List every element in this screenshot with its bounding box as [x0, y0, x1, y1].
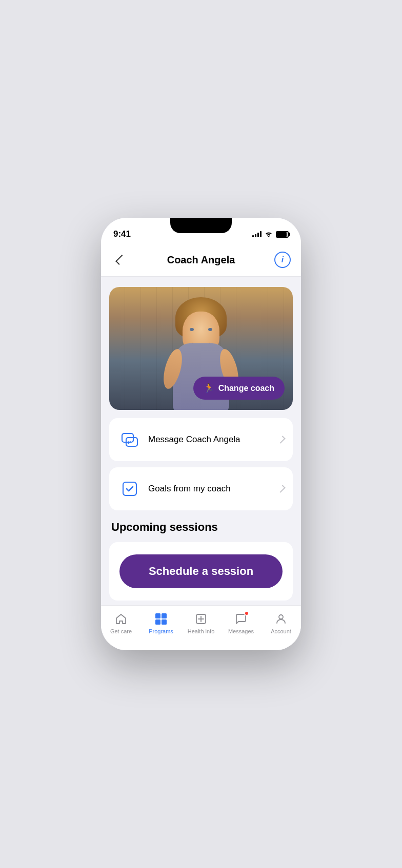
page-title: Coach Angela	[167, 254, 235, 266]
status-icons	[252, 231, 289, 238]
coach-image-container: 🏃 Change coach	[109, 287, 293, 410]
signal-bars-icon	[252, 231, 262, 237]
nav-item-health-info[interactable]: Health info	[181, 610, 221, 634]
home-icon	[114, 612, 128, 626]
back-button[interactable]	[111, 252, 128, 268]
screen: Coach Angela i	[101, 243, 301, 650]
change-coach-icon: 🏃	[204, 383, 214, 394]
wifi-icon	[265, 231, 273, 237]
status-time: 9:41	[113, 229, 131, 239]
message-coach-row[interactable]: Message Coach Angela	[109, 418, 293, 461]
back-chevron-icon	[115, 255, 126, 265]
goals-label: Goals from my coach	[148, 484, 279, 494]
nav-item-get-care[interactable]: Get care	[101, 610, 141, 634]
change-coach-button[interactable]: 🏃 Change coach	[193, 377, 285, 400]
phone-frame: 9:41 Coach Angela i	[101, 218, 301, 650]
nav-label-messages: Messages	[228, 628, 254, 634]
svg-rect-4	[162, 613, 167, 618]
sessions-card: Schedule a session	[109, 542, 293, 601]
health-icon	[194, 612, 208, 626]
info-icon: i	[282, 255, 284, 264]
battery-icon	[276, 231, 289, 238]
message-icon	[118, 428, 141, 451]
info-button[interactable]: i	[274, 252, 291, 268]
programs-icon	[154, 612, 168, 626]
upcoming-sessions-title: Upcoming sessions	[109, 516, 293, 542]
svg-rect-6	[162, 619, 167, 625]
header: Coach Angela i	[101, 243, 301, 277]
coach-eye-right	[208, 328, 212, 331]
svg-rect-3	[155, 613, 160, 618]
notch	[170, 218, 232, 233]
messages-icon	[234, 612, 248, 626]
nav-label-get-care: Get care	[110, 628, 132, 634]
goals-card[interactable]: Goals from my coach	[109, 467, 293, 510]
svg-rect-5	[155, 619, 160, 625]
nav-item-messages[interactable]: Messages	[221, 610, 261, 634]
message-coach-card[interactable]: Message Coach Angela	[109, 418, 293, 461]
main-content: 🏃 Change coach Message Coach Angela	[101, 277, 301, 621]
nav-item-programs[interactable]: Programs	[141, 610, 181, 634]
bottom-nav: Get care Programs	[101, 605, 301, 650]
coach-eye-left	[190, 328, 194, 331]
svg-point-8	[279, 615, 283, 619]
goals-row[interactable]: Goals from my coach	[109, 467, 293, 510]
nav-label-health-info: Health info	[188, 628, 215, 634]
nav-label-programs: Programs	[149, 628, 173, 634]
svg-rect-2	[123, 482, 136, 495]
message-coach-label: Message Coach Angela	[148, 435, 279, 445]
account-icon	[274, 612, 288, 626]
status-bar: 9:41	[101, 218, 301, 243]
goals-icon	[118, 478, 141, 500]
nav-label-account: Account	[271, 628, 291, 634]
messages-badge-dot	[244, 611, 249, 616]
nav-item-account[interactable]: Account	[261, 610, 301, 634]
schedule-session-button[interactable]: Schedule a session	[119, 554, 283, 588]
change-coach-label: Change coach	[218, 384, 274, 393]
